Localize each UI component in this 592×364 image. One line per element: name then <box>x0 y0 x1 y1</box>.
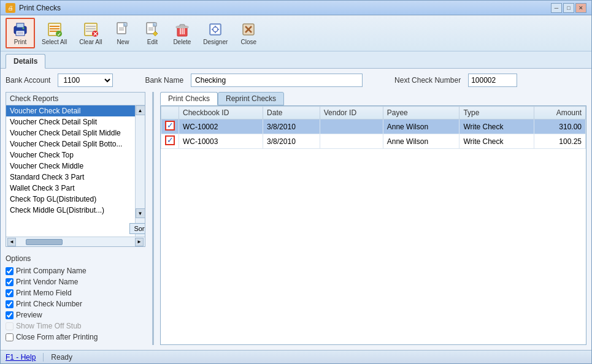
col-header-checkbook-id: Checkbook ID <box>179 107 263 119</box>
row-select-checkbox[interactable] <box>165 121 175 131</box>
type-cell: Write Check <box>459 134 534 149</box>
list-item[interactable]: Check Middle GL(Distribut...) <box>6 205 135 216</box>
print-icon <box>12 21 29 38</box>
col-header-type: Type <box>459 107 534 119</box>
table-row[interactable]: WC-10002 3/8/2010 Anne Wilson Write Chec… <box>161 119 586 134</box>
list-item[interactable]: Voucher Check Middle <box>6 161 135 172</box>
svg-rect-8 <box>50 28 60 29</box>
bank-account-select[interactable]: 1100 <box>58 74 113 87</box>
amount-cell: 100.25 <box>534 134 585 149</box>
clear-all-button[interactable]: ✕ Clear All <box>74 18 107 48</box>
preview-checkbox[interactable] <box>6 311 13 319</box>
list-item[interactable]: Check Top GL(Distributed) <box>6 194 135 205</box>
next-check-number-input[interactable] <box>468 74 517 87</box>
svg-text:✕: ✕ <box>93 31 98 37</box>
print-memo-checkbox[interactable] <box>6 289 13 297</box>
option-print-vendor: Print Vendor Name <box>6 276 145 287</box>
svg-rect-7 <box>50 26 60 27</box>
scroll-down-button[interactable]: ▼ <box>136 208 145 218</box>
show-time-off-label: Show Time Off Stub <box>16 322 82 330</box>
option-print-company: Print Company Name <box>6 265 145 276</box>
edit-button[interactable]: Edit <box>138 18 166 48</box>
print-vendor-label: Print Vendor Name <box>16 278 78 286</box>
status-text: Ready <box>51 353 72 362</box>
divider-line <box>152 92 154 345</box>
svg-rect-21 <box>119 29 124 31</box>
svg-rect-2 <box>16 31 25 36</box>
svg-rect-20 <box>119 28 124 29</box>
svg-rect-4 <box>17 34 23 35</box>
minimize-button[interactable]: ─ <box>551 3 562 13</box>
close-after-checkbox[interactable] <box>6 333 13 341</box>
status-divider <box>43 353 44 362</box>
bank-account-label: Bank Account <box>6 76 50 85</box>
main-window: 🖨 Print Checks ─ □ ✕ Print <box>0 0 592 364</box>
col-header-date: Date <box>263 107 320 119</box>
print-check-number-checkbox[interactable] <box>6 300 13 308</box>
toolbar: Print ✓ Select All <box>1 15 591 51</box>
scroll-thumb[interactable] <box>26 239 63 245</box>
tab-details[interactable]: Details <box>6 54 45 69</box>
new-button[interactable]: New <box>109 18 137 48</box>
bank-name-label: Bank Name <box>145 76 183 85</box>
print-button-label: Print <box>14 39 27 45</box>
scroll-up-button[interactable]: ▲ <box>136 105 145 115</box>
designer-button[interactable]: Designer <box>198 18 233 48</box>
window-controls: ─ □ ✕ <box>551 3 586 13</box>
window-icon: 🖨 <box>6 3 15 13</box>
select-all-button[interactable]: ✓ Select All <box>36 18 72 48</box>
row-checkbox-cell[interactable] <box>161 119 179 134</box>
select-all-icon: ✓ <box>46 21 63 38</box>
delete-button[interactable]: Delete <box>167 18 196 48</box>
svg-rect-24 <box>148 28 153 29</box>
vertical-divider <box>150 92 155 345</box>
tab-reprint-checks[interactable]: Reprint Checks <box>218 92 284 105</box>
option-show-time-off: Show Time Off Stub <box>6 320 145 332</box>
tab-print-checks[interactable]: Print Checks <box>160 92 218 105</box>
edit-icon <box>144 21 161 38</box>
window-title: Print Checks <box>19 4 61 12</box>
list-item[interactable]: Voucher Check Top <box>6 150 135 161</box>
svg-rect-13 <box>86 26 96 27</box>
print-button[interactable]: Print <box>6 18 35 48</box>
row-checkbox-cell[interactable] <box>161 134 179 149</box>
scroll-left-button[interactable]: ◄ <box>7 238 16 246</box>
sort-button[interactable]: Sort <box>129 223 145 234</box>
scroll-right-button[interactable]: ► <box>135 238 144 246</box>
list-item[interactable]: Voucher Check Detail Split Botto... <box>6 138 135 150</box>
close-after-label: Close Form after Printing <box>16 333 98 341</box>
reports-scrollbar: ▲ ▼ Sort <box>135 105 145 237</box>
maximize-button[interactable]: □ <box>563 3 574 13</box>
bank-name-input[interactable] <box>191 74 363 87</box>
date-cell: 3/8/2010 <box>263 119 320 134</box>
svg-rect-25 <box>148 29 153 31</box>
bank-row: Bank Account 1100 Bank Name Next Check N… <box>6 74 586 87</box>
preview-label: Preview <box>16 311 42 319</box>
list-item[interactable]: Standard Check 3 Part <box>6 172 135 183</box>
print-vendor-checkbox[interactable] <box>6 278 13 286</box>
checks-table: Checkbook ID Date Vendor ID Payee Type A… <box>161 106 586 149</box>
status-bar: F1 - Help Ready <box>1 350 591 363</box>
list-item[interactable]: Wallet Check 3 Part <box>6 183 135 194</box>
col-header-vendor-id: Vendor ID <box>320 107 383 119</box>
list-item[interactable]: Voucher Check Detail Split Middle <box>6 127 135 138</box>
option-preview: Preview <box>6 309 145 320</box>
right-panel: Print Checks Reprint Checks Checkbook ID… <box>160 92 586 345</box>
left-panel: Check Reports Voucher Check Detail Vouch… <box>6 92 145 345</box>
print-company-checkbox[interactable] <box>6 267 13 275</box>
reports-list: Voucher Check Detail Voucher Check Detai… <box>6 105 135 237</box>
svg-rect-1 <box>17 23 24 28</box>
svg-text:✓: ✓ <box>56 32 61 37</box>
close-label: Close <box>241 39 257 45</box>
close-window-button[interactable]: ✕ <box>575 3 586 13</box>
row-select-checkbox[interactable] <box>165 135 175 145</box>
help-link[interactable]: F1 - Help <box>6 353 36 362</box>
designer-label: Designer <box>203 39 228 45</box>
list-item[interactable]: Voucher Check Detail Split <box>6 116 135 127</box>
col-header-payee: Payee <box>383 107 459 119</box>
option-print-memo: Print Memo Field <box>6 287 145 298</box>
table-row[interactable]: WC-10003 3/8/2010 Anne Wilson Write Chec… <box>161 134 586 149</box>
list-item[interactable]: Voucher Check Detail <box>6 105 135 116</box>
print-company-label: Print Company Name <box>16 267 86 275</box>
close-button[interactable]: Close <box>234 18 263 48</box>
